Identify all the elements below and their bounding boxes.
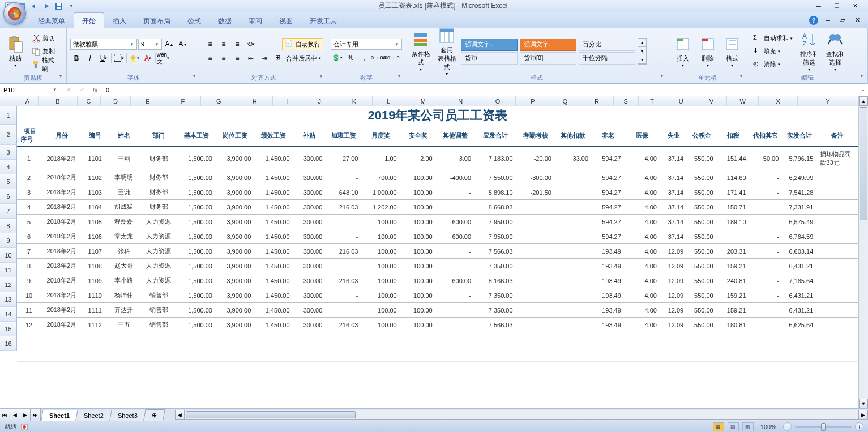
- table-cell[interactable]: 27.00: [326, 147, 361, 170]
- help-icon[interactable]: ?: [809, 16, 818, 25]
- table-cell[interactable]: 6,431.21: [782, 303, 816, 318]
- sheet-tab-Sheet2[interactable]: Sheet2: [75, 410, 112, 421]
- table-cell[interactable]: 2018年2月: [41, 229, 83, 244]
- table-cell[interactable]: 100.00: [361, 229, 400, 244]
- row-header-10[interactable]: 10: [0, 248, 17, 263]
- table-cell[interactable]: [555, 215, 592, 229]
- col-header-O[interactable]: O: [480, 96, 516, 106]
- new-sheet-button[interactable]: ⊕: [143, 409, 165, 421]
- hscroll-thumb[interactable]: [186, 411, 356, 418]
- font-size-combo[interactable]: 9▼: [138, 39, 162, 50]
- table-cell[interactable]: 齐达开: [108, 303, 140, 318]
- last-sheet-button[interactable]: ⏭: [31, 409, 41, 421]
- table-cell[interactable]: 151.44: [717, 147, 750, 170]
- scroll-left-button[interactable]: ◀: [175, 410, 185, 420]
- table-cell[interactable]: 8: [17, 259, 41, 273]
- table-cell[interactable]: 100.00: [400, 259, 436, 273]
- table-cell[interactable]: 7,331.91: [782, 200, 816, 215]
- table-cell[interactable]: 损坏物品罚款33元: [816, 147, 858, 170]
- find-select-button[interactable]: 查找和 选择▾: [823, 32, 847, 71]
- col-header-I[interactable]: I: [273, 96, 303, 106]
- table-cell[interactable]: 1.00: [361, 147, 400, 170]
- table-cell[interactable]: 550.00: [687, 273, 717, 288]
- scroll-down-button[interactable]: ▼: [859, 399, 868, 408]
- table-cell[interactable]: 1,500.00: [177, 244, 216, 259]
- align-right-button[interactable]: ≡: [231, 52, 243, 65]
- table-cell[interactable]: 159.21: [717, 303, 750, 318]
- table-cell[interactable]: 300.00: [293, 273, 326, 288]
- col-header-D[interactable]: D: [101, 96, 131, 106]
- table-cell[interactable]: 1,500.00: [177, 288, 216, 303]
- row-header-1[interactable]: 1: [0, 106, 17, 125]
- col-header-Q[interactable]: Q: [550, 96, 581, 106]
- table-cell[interactable]: 100.00: [400, 215, 436, 229]
- decrease-decimal-button[interactable]: .00→.0: [385, 52, 397, 64]
- delete-cells-button[interactable]: 删除▾: [696, 32, 719, 71]
- table-cell[interactable]: 300.00: [293, 318, 326, 332]
- table-cell[interactable]: 171.41: [717, 185, 750, 200]
- col-header-K[interactable]: K: [336, 96, 372, 106]
- ribbon-tab-0[interactable]: 经典菜单: [29, 12, 74, 28]
- table-cell[interactable]: 33.00: [555, 147, 592, 170]
- table-cell[interactable]: 2018年2月: [41, 318, 83, 332]
- conditional-format-button[interactable]: 条件格式▾: [409, 32, 433, 71]
- ribbon-minimize-button[interactable]: ─: [823, 15, 833, 25]
- table-cell[interactable]: 销售部: [140, 318, 177, 332]
- table-cell[interactable]: 王五: [108, 318, 140, 332]
- table-cell[interactable]: 1,500.00: [177, 215, 216, 229]
- table-cell[interactable]: [555, 318, 592, 332]
- align-top-button[interactable]: ≡: [204, 38, 216, 50]
- table-cell[interactable]: -: [436, 244, 474, 259]
- table-cell[interactable]: [816, 229, 858, 244]
- table-cell[interactable]: 李明明: [108, 170, 140, 185]
- table-cell[interactable]: 1,500.00: [177, 318, 216, 332]
- table-cell[interactable]: -: [436, 303, 474, 318]
- table-cell[interactable]: 1,500.00: [177, 273, 216, 288]
- table-cell[interactable]: [516, 215, 555, 229]
- table-cell[interactable]: 100.00: [361, 215, 400, 229]
- table-cell[interactable]: 7,350.00: [474, 303, 516, 318]
- table-cell[interactable]: 1,450.00: [254, 147, 293, 170]
- table-cell[interactable]: [555, 170, 592, 185]
- row-header-5[interactable]: 5: [0, 174, 17, 189]
- page-break-view-button[interactable]: ▨: [742, 422, 754, 431]
- cancel-edit-button[interactable]: ✕: [61, 86, 75, 93]
- table-cell[interactable]: 550.00: [687, 288, 717, 303]
- confirm-edit-button[interactable]: ✓: [75, 86, 88, 93]
- table-cell[interactable]: 3,900.00: [216, 318, 254, 332]
- ribbon-tab-4[interactable]: 公式: [179, 12, 209, 28]
- row-header-9[interactable]: 9: [0, 233, 17, 248]
- paste-button[interactable]: 粘贴▾: [3, 32, 27, 71]
- table-cell[interactable]: 2018年2月: [41, 244, 83, 259]
- macro-record-icon[interactable]: [20, 423, 28, 431]
- table-cell[interactable]: 300.00: [293, 259, 326, 273]
- table-cell[interactable]: 12: [17, 318, 41, 332]
- underline-button[interactable]: U▾: [97, 52, 110, 65]
- table-cell[interactable]: 37.14: [660, 170, 687, 185]
- ribbon-tab-1[interactable]: 开始: [74, 12, 104, 28]
- table-cell[interactable]: 1,450.00: [254, 215, 293, 229]
- table-cell[interactable]: 4.00: [625, 244, 660, 259]
- table-cell[interactable]: 1,450.00: [254, 288, 293, 303]
- row-header-14[interactable]: 14: [0, 307, 17, 322]
- table-cell[interactable]: 财务部: [140, 147, 177, 170]
- table-cell[interactable]: -: [750, 318, 783, 332]
- table-cell[interactable]: 600.00: [436, 215, 474, 229]
- table-cell[interactable]: 6: [17, 229, 41, 244]
- zoom-out-button[interactable]: −: [783, 422, 792, 431]
- table-cell[interactable]: -: [326, 259, 361, 273]
- table-cell[interactable]: 8,898.10: [474, 185, 516, 200]
- table-cell[interactable]: [516, 259, 555, 273]
- col-header-U[interactable]: U: [666, 96, 697, 106]
- format-painter-button[interactable]: 格式刷: [29, 58, 63, 71]
- table-cell[interactable]: 2018年2月: [41, 259, 83, 273]
- table-cell[interactable]: 594.27: [592, 215, 625, 229]
- table-cell[interactable]: 1109: [83, 273, 108, 288]
- table-cell[interactable]: 7,950.00: [474, 229, 516, 244]
- table-cell[interactable]: 3,900.00: [216, 147, 254, 170]
- row-header-3[interactable]: 3: [0, 145, 17, 160]
- table-cell[interactable]: 1,450.00: [254, 273, 293, 288]
- table-cell[interactable]: 7,183.00: [474, 147, 516, 170]
- align-bottom-button[interactable]: ≡: [231, 38, 243, 50]
- table-cell[interactable]: 胡成猛: [108, 200, 140, 215]
